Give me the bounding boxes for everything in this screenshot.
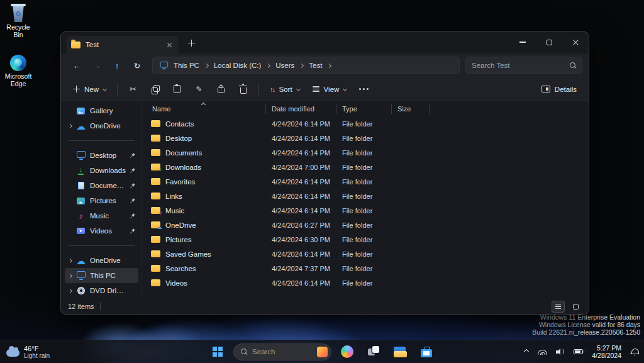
file-row[interactable]: Links 4/24/2024 6:14 PM File folder bbox=[144, 189, 589, 203]
rename-button[interactable] bbox=[189, 80, 209, 99]
folder-icon bbox=[71, 42, 80, 48]
refresh-button[interactable] bbox=[128, 57, 147, 74]
file-row[interactable]: Contacts 4/24/2024 6:14 PM File folder bbox=[144, 116, 589, 131]
view-button[interactable]: View bbox=[307, 80, 353, 99]
new-label: New bbox=[84, 86, 99, 93]
column-header-size[interactable]: Size bbox=[392, 104, 430, 114]
folder-icon bbox=[151, 265, 160, 272]
sidebar-item[interactable]: Documents bbox=[65, 178, 138, 193]
file-date-modified: 4/24/2024 7:37 PM bbox=[266, 265, 336, 272]
sidebar-item[interactable]: Videos bbox=[65, 223, 138, 238]
sidebar-item[interactable]: Downloads bbox=[65, 163, 138, 178]
sidebar-item[interactable]: Pictures bbox=[65, 193, 138, 208]
search-highlights-icon[interactable] bbox=[317, 347, 328, 357]
file-row[interactable]: OneDrive 4/24/2024 6:27 PM File folder bbox=[144, 218, 589, 232]
expand-chevron-icon[interactable] bbox=[68, 123, 72, 128]
large-icons-view-toggle[interactable] bbox=[570, 301, 582, 312]
folder-onedrive-icon bbox=[151, 221, 160, 228]
sidebar-item[interactable]: OneDrive bbox=[65, 253, 138, 268]
breadcrumb-segment[interactable]: Test bbox=[306, 60, 325, 70]
file-name: Searches bbox=[165, 265, 196, 272]
battery-button[interactable] bbox=[572, 342, 584, 361]
delete-button[interactable] bbox=[233, 80, 253, 99]
file-date-modified: 4/24/2024 6:14 PM bbox=[266, 135, 336, 142]
paste-button[interactable] bbox=[167, 80, 187, 99]
file-row[interactable]: Music 4/24/2024 6:14 PM File folder bbox=[144, 203, 589, 218]
sidebar-item[interactable]: Music bbox=[65, 208, 138, 223]
windows-watermark: Windows 11 Enterprise Evaluation Windows… bbox=[532, 313, 640, 336]
up-button[interactable] bbox=[108, 57, 126, 74]
breadcrumb-chevron-icon[interactable] bbox=[299, 64, 304, 67]
file-explorer-button[interactable] bbox=[389, 342, 411, 362]
cut-button[interactable] bbox=[123, 80, 143, 99]
desktop-icon-microsoft-edge[interactable]: Microsoft Edge bbox=[1, 55, 35, 87]
forward-button[interactable] bbox=[87, 57, 106, 74]
navigation-bar: This PC Local Disk (C:) Users Test bbox=[61, 53, 589, 77]
desktop-icon-recycle-bin[interactable]: ♻ Recycle Bin bbox=[1, 4, 35, 38]
details-pane-button[interactable]: Details bbox=[536, 80, 582, 99]
notifications-button[interactable] bbox=[629, 342, 640, 361]
sidebar-item[interactable]: This PC bbox=[65, 268, 138, 283]
file-row[interactable]: Searches 4/24/2024 7:37 PM File folder bbox=[144, 261, 589, 276]
taskbar-search[interactable] bbox=[233, 343, 331, 360]
file-row[interactable]: Desktop 4/24/2024 6:14 PM File folder bbox=[144, 131, 589, 145]
breadcrumb-chevron-icon[interactable] bbox=[204, 64, 209, 67]
new-button[interactable]: New bbox=[67, 80, 112, 99]
volume-button[interactable] bbox=[555, 342, 566, 361]
clock[interactable]: 5:27 PM 4/28/2024 bbox=[591, 344, 623, 360]
expand-chevron-icon[interactable] bbox=[68, 288, 72, 293]
hidden-icons-button[interactable] bbox=[523, 342, 530, 361]
store-button[interactable] bbox=[416, 342, 437, 362]
file-name: Pictures bbox=[165, 236, 192, 243]
address-bar[interactable]: This PC Local Disk (C:) Users Test bbox=[152, 57, 460, 74]
minimize-button[interactable] bbox=[509, 32, 536, 52]
sidebar-item[interactable]: OneDrive bbox=[65, 118, 138, 133]
weather-condition: Light rain bbox=[24, 352, 50, 359]
sidebar-item[interactable]: Gallery bbox=[65, 103, 138, 118]
network-button[interactable] bbox=[536, 342, 548, 361]
close-window-button[interactable] bbox=[562, 32, 589, 52]
file-row[interactable]: Saved Games 4/24/2024 6:14 PM File folde… bbox=[144, 247, 589, 261]
system-tray: 5:27 PM 4/28/2024 bbox=[523, 340, 640, 363]
start-button[interactable] bbox=[207, 342, 228, 362]
breadcrumb-chevron-icon[interactable] bbox=[265, 64, 271, 67]
explorer-tab[interactable]: Test bbox=[67, 36, 179, 53]
new-tab-button[interactable] bbox=[184, 35, 199, 50]
file-name: OneDrive bbox=[165, 221, 196, 229]
cloud-icon bbox=[75, 255, 86, 265]
tab-close-button[interactable] bbox=[164, 40, 174, 50]
widgets-button[interactable]: 46°F Light rain bbox=[6, 340, 50, 363]
maximize-button[interactable] bbox=[536, 32, 562, 52]
explorer-search[interactable] bbox=[465, 57, 582, 74]
breadcrumb-chevron-icon[interactable] bbox=[326, 64, 332, 67]
breadcrumb-segment[interactable]: Local Disk (C:) bbox=[211, 60, 264, 70]
column-header-name[interactable]: Name bbox=[144, 104, 266, 114]
sidebar-item[interactable]: Desktop bbox=[65, 148, 138, 163]
explorer-search-input[interactable] bbox=[472, 62, 566, 69]
taskbar-search-input[interactable] bbox=[252, 348, 312, 355]
more-options-button[interactable] bbox=[353, 80, 374, 99]
expand-chevron-icon[interactable] bbox=[68, 258, 72, 262]
breadcrumb-segment[interactable]: This PC bbox=[171, 60, 202, 70]
task-view-button[interactable] bbox=[363, 342, 384, 362]
file-row[interactable]: Pictures 4/24/2024 6:30 PM File folder bbox=[144, 232, 589, 247]
sidebar-item[interactable]: DVD Drive (D:) C bbox=[65, 283, 138, 298]
share-button[interactable] bbox=[211, 80, 231, 99]
back-button[interactable] bbox=[67, 57, 86, 74]
file-row[interactable]: Downloads 4/24/2024 7:00 PM File folder bbox=[144, 160, 589, 174]
column-header-type[interactable]: Type bbox=[336, 104, 392, 114]
file-date-modified: 4/24/2024 6:14 PM bbox=[266, 178, 336, 186]
copilot-button[interactable] bbox=[336, 342, 358, 362]
details-view-toggle[interactable] bbox=[552, 301, 564, 312]
copy-button[interactable] bbox=[145, 80, 165, 99]
cloud-icon bbox=[75, 121, 86, 131]
file-name: Links bbox=[165, 193, 182, 200]
file-name: Downloads bbox=[165, 164, 201, 171]
file-row[interactable]: Documents 4/24/2024 6:14 PM File folder bbox=[144, 145, 589, 160]
breadcrumb-segment[interactable]: Users bbox=[273, 60, 297, 70]
expand-chevron-icon[interactable] bbox=[68, 273, 72, 277]
sort-button[interactable]: Sort bbox=[264, 80, 306, 99]
column-header-date-modified[interactable]: Date modified bbox=[266, 104, 336, 114]
file-row[interactable]: Videos 4/24/2024 6:14 PM File folder bbox=[144, 276, 589, 290]
file-row[interactable]: Favorites 4/24/2024 6:14 PM File folder bbox=[144, 174, 589, 189]
